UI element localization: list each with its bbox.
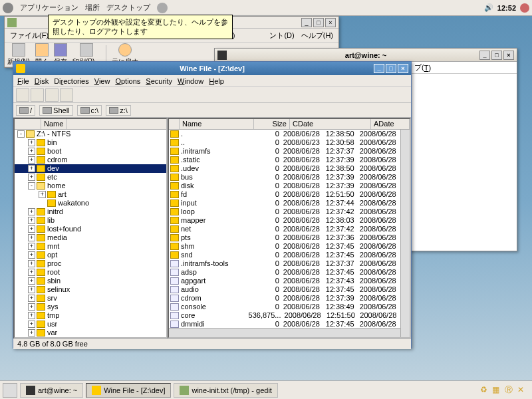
maximize-button[interactable]: □ <box>491 51 502 60</box>
list-row[interactable]: .initramfs-tools02008/06/2812:37:372008/… <box>169 259 410 268</box>
close-button[interactable]: × <box>325 18 336 27</box>
tree-header[interactable]: Name <box>15 119 166 130</box>
expander-icon[interactable]: + <box>28 329 35 336</box>
tree-row[interactable]: +lib <box>15 216 166 225</box>
list-row[interactable]: .static02008/06/2812:37:392008/06/281 <box>169 156 410 164</box>
drive-root[interactable]: / <box>16 105 35 116</box>
list-row[interactable]: fd002008/06/2812:37:422008/06/281 <box>169 337 410 338</box>
tree-row[interactable]: +lost+found <box>15 225 166 233</box>
menu-file[interactable]: File <box>17 77 29 85</box>
tree-row[interactable]: +usr <box>15 320 166 329</box>
list-row[interactable]: bus02008/06/2812:37:392008/06/281 <box>169 173 410 182</box>
tree-row[interactable]: +var <box>15 329 166 337</box>
winefile-titlebar[interactable]: Wine File - [Z:\dev] _ □ × <box>13 62 411 75</box>
tree-row[interactable]: +tmp <box>15 311 166 320</box>
tree-row[interactable]: +selinux <box>15 285 166 294</box>
list-row[interactable]: net02008/06/2812:37:422008/06/281 <box>169 225 410 233</box>
expander-icon[interactable]: + <box>28 312 35 319</box>
clock[interactable]: 12:52 <box>497 4 516 12</box>
expander-icon[interactable]: + <box>28 156 35 164</box>
expander-icon[interactable]: + <box>28 174 35 181</box>
toolbar-btn[interactable] <box>60 88 73 102</box>
list-row[interactable]: agpgart02008/06/2812:37:432008/06/281 <box>169 277 410 285</box>
expander-icon[interactable]: + <box>28 277 35 285</box>
expander-icon[interactable]: - <box>17 130 25 138</box>
list-pane[interactable]: Name Size CDate ADate .02008/06/2812:38:… <box>168 118 411 338</box>
expander-icon[interactable]: + <box>39 191 46 198</box>
tree-pane[interactable]: Name -Z:\ - NTFS+bin+boot+cdrom+dev+etc-… <box>13 118 168 338</box>
minimize-button[interactable]: _ <box>374 64 384 73</box>
expander-icon[interactable]: + <box>28 225 35 233</box>
list-row[interactable]: pts02008/06/2812:37:362008/06/281 <box>169 233 410 242</box>
task-gedit[interactable]: wine-init.txt (/tmp) - gedit <box>174 383 277 398</box>
tree-row[interactable]: +sys <box>15 303 166 311</box>
expander-icon[interactable]: + <box>28 243 35 250</box>
help-icon[interactable] <box>157 3 168 13</box>
system-tray[interactable]: ♻ ▦ Ⓡ ✕ <box>480 384 529 396</box>
winefile-window[interactable]: Wine File - [Z:\dev] _ □ × File Disk Dir… <box>13 61 412 348</box>
tree-row[interactable]: +sbin <box>15 277 166 285</box>
expander-icon[interactable]: + <box>28 217 35 224</box>
expander-icon[interactable]: + <box>28 260 35 267</box>
maximize-button[interactable]: □ <box>313 18 324 27</box>
drive-z[interactable]: z:\ <box>106 105 131 116</box>
menu-places[interactable]: 場所 <box>85 3 100 13</box>
list-row[interactable]: fd02008/06/2812:51:502008/06/281 <box>169 190 410 199</box>
winefile-menubar[interactable]: File Disk Directories View Options Secur… <box>13 75 411 87</box>
col-cdate[interactable]: CDate <box>290 119 371 129</box>
menu-help[interactable]: Help <box>209 77 224 85</box>
minimize-button[interactable]: _ <box>479 51 490 60</box>
tree-row[interactable]: +bin <box>15 138 166 147</box>
list-row[interactable]: shm02008/06/2812:37:452008/06/281 <box>169 242 410 251</box>
expander-icon[interactable]: + <box>28 269 35 276</box>
expander-icon[interactable]: + <box>28 286 35 293</box>
list-row[interactable]: adsp02008/06/2812:37:452008/06/281 <box>169 268 410 277</box>
gnome-foot-icon[interactable] <box>3 3 13 13</box>
drive-c[interactable]: c:\ <box>77 105 102 116</box>
list-row[interactable]: disk02008/06/2812:37:392008/06/281 <box>169 182 410 190</box>
menu-disk[interactable]: Disk <box>35 77 49 85</box>
expander-icon[interactable]: + <box>28 139 35 146</box>
list-row[interactable]: snd02008/06/2812:37:452008/06/281 <box>169 251 410 259</box>
toolbar-btn[interactable] <box>31 88 44 102</box>
scrollbar-horizontal[interactable] <box>169 328 400 337</box>
terminal-titlebar[interactable]: art@wine: ~ _ □ × <box>215 49 517 62</box>
tree-row[interactable]: -Z:\ - NTFS <box>15 130 166 138</box>
list-row[interactable]: mapper02008/06/2812:38:032008/06/281 <box>169 216 410 225</box>
col-size[interactable]: Size <box>254 119 290 129</box>
close-button[interactable]: × <box>503 51 514 60</box>
expander-icon[interactable]: + <box>28 208 35 215</box>
shutdown-icon[interactable] <box>520 3 529 13</box>
tree-row[interactable]: +srv <box>15 294 166 303</box>
maximize-button[interactable]: □ <box>386 64 396 73</box>
menu-applications[interactable]: アプリケーション <box>20 3 78 13</box>
expander-icon[interactable]: + <box>28 303 35 311</box>
expander-icon[interactable]: - <box>28 182 35 190</box>
volume-icon[interactable]: 🔊 <box>484 3 493 12</box>
toolbar-btn[interactable] <box>45 88 59 102</box>
list-row[interactable]: .initramfs02008/06/2812:37:372008/06/281 <box>169 147 410 156</box>
drive-shell[interactable]: Shell <box>39 105 72 116</box>
menu-directories[interactable]: Directories <box>54 77 89 85</box>
menu-partial[interactable]: ント(D) <box>267 31 297 41</box>
expander-icon[interactable]: + <box>28 251 35 259</box>
menu-help[interactable]: ヘルプ(H) <box>299 31 336 41</box>
tree-row[interactable]: +dev <box>15 164 166 173</box>
expander-icon[interactable]: + <box>28 234 35 241</box>
expander-icon[interactable]: + <box>28 165 35 172</box>
menu-security[interactable]: Security <box>146 77 172 85</box>
minimize-button[interactable]: _ <box>301 18 312 27</box>
col-name[interactable]: Name <box>41 119 66 129</box>
show-desktop-button[interactable] <box>3 383 17 398</box>
list-header[interactable]: Name Size CDate ADate <box>169 119 410 130</box>
list-row[interactable]: audio02008/06/2812:37:452008/06/281 <box>169 285 410 294</box>
tree-row[interactable]: +media <box>15 233 166 242</box>
list-row[interactable]: .02008/06/2812:38:502008/06/281 <box>169 130 410 138</box>
tree-row[interactable]: +root <box>15 268 166 277</box>
tree-row[interactable]: +mnt <box>15 242 166 251</box>
tree-row[interactable]: +initrd <box>15 207 166 216</box>
expander-icon[interactable]: + <box>28 321 35 328</box>
tree-row[interactable]: +art <box>15 190 166 199</box>
tree-row[interactable]: +etc <box>15 173 166 182</box>
list-row[interactable]: input02008/06/2812:37:442008/06/281 <box>169 199 410 207</box>
